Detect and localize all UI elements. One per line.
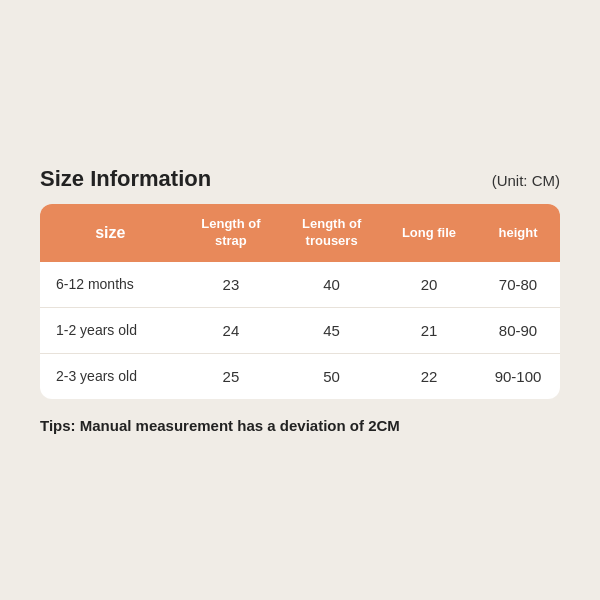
cell-trousers: 40 (281, 262, 382, 308)
cell-height: 80-90 (476, 307, 560, 353)
unit-label: (Unit: CM) (492, 172, 560, 189)
table-wrapper: size Length ofstrap Length oftrousers Lo… (40, 204, 560, 399)
col-size: size (40, 204, 181, 262)
table-row: 6-12 months23402070-80 (40, 262, 560, 308)
col-trousers: Length oftrousers (281, 204, 382, 262)
cell-height: 70-80 (476, 262, 560, 308)
cell-strap: 24 (181, 307, 282, 353)
cell-longfile: 22 (382, 353, 476, 399)
table-header-row: size Length ofstrap Length oftrousers Lo… (40, 204, 560, 262)
cell-strap: 23 (181, 262, 282, 308)
size-table: size Length ofstrap Length oftrousers Lo… (40, 204, 560, 399)
cell-strap: 25 (181, 353, 282, 399)
cell-longfile: 20 (382, 262, 476, 308)
table-row: 1-2 years old24452180-90 (40, 307, 560, 353)
tips-text: Tips: Manual measurement has a deviation… (40, 417, 560, 434)
col-longfile: Long file (382, 204, 476, 262)
cell-trousers: 45 (281, 307, 382, 353)
cell-size: 2-3 years old (40, 353, 181, 399)
page-title: Size Information (40, 166, 211, 192)
size-info-container: Size Information (Unit: CM) size Length … (20, 146, 580, 454)
table-row: 2-3 years old25502290-100 (40, 353, 560, 399)
cell-size: 6-12 months (40, 262, 181, 308)
cell-trousers: 50 (281, 353, 382, 399)
cell-longfile: 21 (382, 307, 476, 353)
col-height: height (476, 204, 560, 262)
cell-size: 1-2 years old (40, 307, 181, 353)
col-strap: Length ofstrap (181, 204, 282, 262)
header-row: Size Information (Unit: CM) (40, 166, 560, 192)
cell-height: 90-100 (476, 353, 560, 399)
